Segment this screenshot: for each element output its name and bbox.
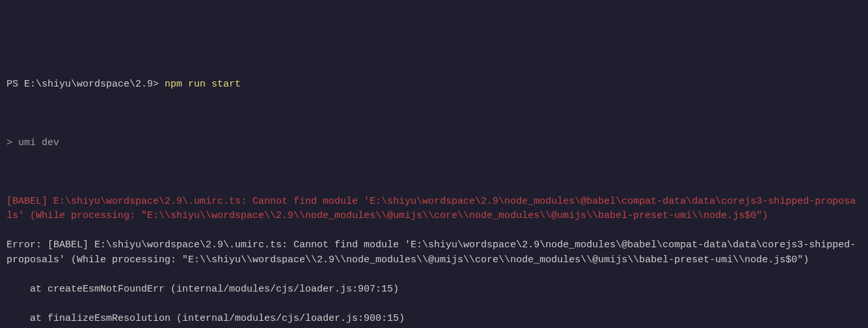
error-header: Error: [BABEL] E:\shiyu\wordspace\2.9\.u… <box>7 238 861 267</box>
blank-line <box>7 165 861 180</box>
blank-line <box>7 107 861 122</box>
stack-trace-line: at finalizeEsmResolution (internal/modul… <box>7 312 861 327</box>
prompt-line: PS E:\shiyu\wordspace\2.9> npm run start <box>7 77 861 92</box>
prompt-ps: PS <box>7 79 24 90</box>
stack-trace-line: at createEsmNotFoundErr (internal/module… <box>7 282 861 297</box>
umi-dev-line: > umi dev <box>7 136 861 151</box>
babel-error-message: [BABEL] E:\shiyu\wordspace\2.9\.umirc.ts… <box>7 195 861 224</box>
terminal-output[interactable]: PS E:\shiyu\wordspace\2.9> npm run start… <box>7 62 861 328</box>
prompt-path: E:\shiyu\wordspace\2.9> <box>24 79 159 90</box>
command-text: npm run start <box>159 79 241 90</box>
